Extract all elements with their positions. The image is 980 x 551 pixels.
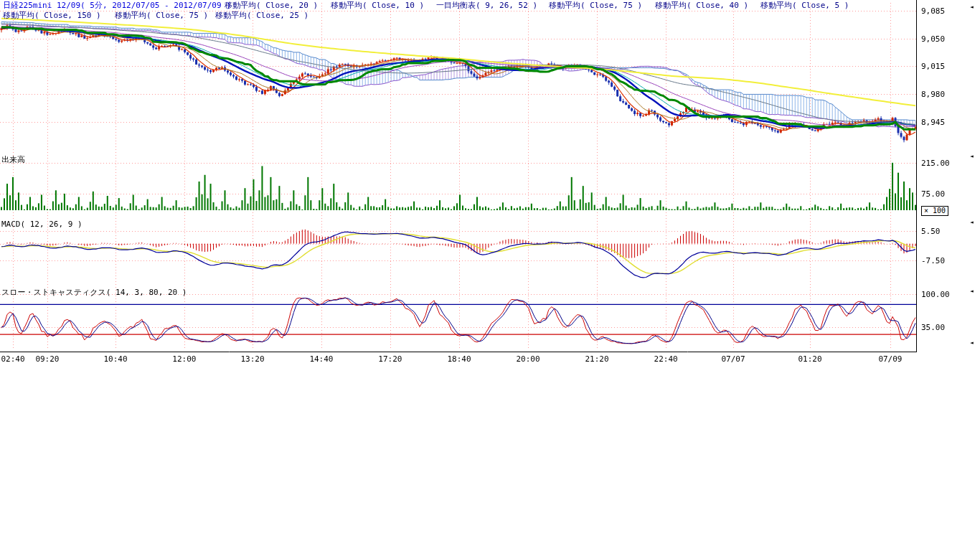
legend-item-r1-4[interactable]: 一目均衡表( 9, 26, 52 ) [436, 1, 537, 10]
time-axis-label: 02:40 [1, 354, 24, 364]
y-axis-tick-label: -7.50 [921, 256, 945, 265]
y-axis-tick-label: 8,945 [921, 118, 945, 127]
scroll-arrow-icon[interactable]: ◄ [970, 4, 974, 10]
y-axis-tick-label: 9,050 [921, 34, 945, 44]
legend-item-r2-1[interactable]: 移動平均( Close, 150 ) [3, 11, 101, 20]
y-axis-tick-label: 215.00 [921, 159, 950, 168]
y-axis-tick-label: 75.00 [921, 189, 945, 199]
time-axis-label: 17:20 [378, 354, 402, 364]
stochastics-panel-label: スロー・ストキャスティクス( 14, 3, 80, 20 ) [1, 287, 187, 298]
scroll-arrow-icon[interactable]: ◄ [970, 220, 974, 225]
y-axis-tick-label: 35.00 [921, 323, 945, 332]
time-axis-label: 07/07 [721, 354, 745, 364]
time-axis-label: 07/09 [878, 354, 902, 364]
y-axis-tick-label: 9,085 [921, 6, 945, 16]
y-axis-tick-label: 9,015 [921, 62, 945, 71]
y-axis-tick-label: 8,980 [921, 90, 945, 99]
y-axis-tick-label: 5.50 [921, 227, 941, 236]
time-axis-label: 01:20 [798, 354, 821, 364]
time-axis-label: 18:40 [447, 354, 471, 364]
y-axis-tick-label: 100.00 [921, 290, 950, 299]
scroll-arrow-icon[interactable]: ◄ [970, 154, 974, 159]
legend-item-r2-2[interactable]: 移動平均( Close, 75 ) [115, 11, 208, 20]
macd-panel-label: MACD( 12, 26, 9 ) [1, 220, 83, 229]
legend-item-r1-2[interactable]: 移動平均( Close, 20 ) [225, 1, 318, 10]
price-chart-canvas[interactable] [0, 0, 980, 366]
legend-item-r1-7[interactable]: 移動平均( Close, 5 ) [760, 1, 849, 10]
chart-application-window: 日経225mini 12/09( 5分, 2012/07/05 - 2012/0… [0, 0, 980, 551]
time-axis-label: 14:40 [309, 354, 333, 364]
time-axis-label: 10:40 [103, 354, 127, 364]
legend-item-r1-5[interactable]: 移動平均( Close, 75 ) [549, 1, 642, 10]
volume-unit-label: × 100 [921, 206, 948, 216]
time-axis-label: 20:00 [516, 354, 540, 364]
time-axis-label: 21:20 [585, 354, 608, 364]
legend-item-r2-3[interactable]: 移動平均( Close, 25 ) [215, 11, 308, 20]
legend-item-r1-1[interactable]: 日経225mini 12/09( 5分, 2012/07/05 - 2012/0… [3, 1, 231, 10]
time-axis-label: 22:40 [654, 354, 678, 364]
scroll-arrow-icon[interactable]: ◄ [970, 288, 974, 294]
time-axis-label: 09:20 [35, 354, 59, 364]
time-axis-label: 12:00 [172, 354, 196, 364]
legend-item-r1-6[interactable]: 移動平均( Close, 40 ) [655, 1, 748, 10]
scroll-arrow-icon[interactable]: ◄ [970, 340, 974, 346]
time-axis-label: 13:20 [240, 354, 264, 364]
volume-panel-label: 出来高 [1, 154, 25, 165]
legend-item-r1-3[interactable]: 移動平均( Close, 10 ) [331, 1, 424, 10]
